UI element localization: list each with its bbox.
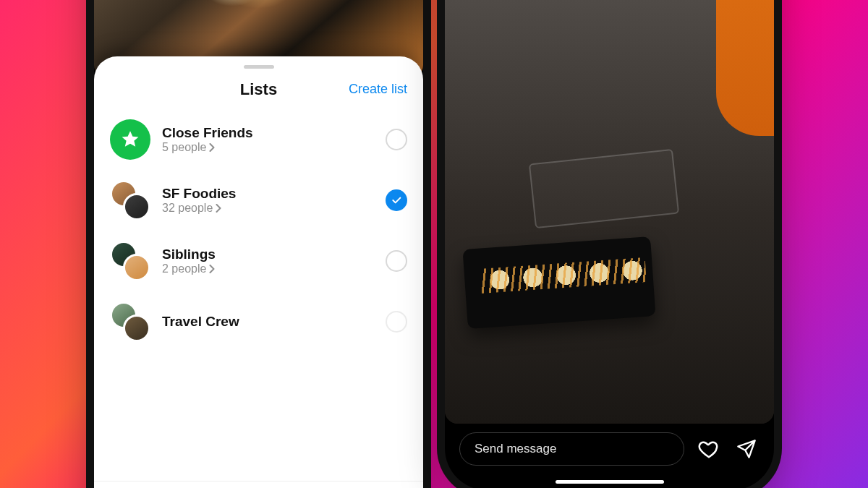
- chevron-right-icon: [216, 204, 222, 213]
- list-item-label: Travel Crew: [162, 314, 374, 330]
- list-item-sf-foodies[interactable]: SF Foodies 32 people: [94, 170, 423, 231]
- radio-unchecked[interactable]: [386, 129, 407, 150]
- gradient-canvas: Lists Create list Close Friends 5 people: [0, 0, 868, 488]
- star-icon: [110, 119, 150, 160]
- list-item-sub: 32 people: [162, 202, 374, 215]
- like-button[interactable]: [696, 436, 722, 462]
- avatar-stack-icon: [110, 241, 150, 281]
- sheet-bottom-bar: Share: [94, 481, 423, 489]
- phone-right: [445, 0, 774, 488]
- sheet-title: Lists: [240, 80, 277, 99]
- send-message-input[interactable]: [459, 432, 684, 466]
- avatar-stack-icon: [110, 180, 150, 221]
- paper-plane-icon: [736, 439, 757, 459]
- create-list-link[interactable]: Create list: [277, 82, 407, 97]
- heart-icon: [698, 438, 720, 460]
- share-button[interactable]: [733, 436, 760, 462]
- radio-checked[interactable]: [386, 189, 407, 211]
- list-item-travel-crew[interactable]: Travel Crew: [94, 291, 423, 352]
- list-item-siblings[interactable]: Siblings 2 people: [94, 231, 423, 291]
- list-item-sub: 5 people: [162, 141, 374, 154]
- avatar-stack-icon: [110, 301, 150, 342]
- sheet-header: Lists Create list: [94, 69, 423, 109]
- list-item-label: Close Friends: [162, 125, 374, 141]
- list-item-label: Siblings: [162, 247, 374, 262]
- radio-unchecked[interactable]: [386, 311, 407, 333]
- phone-left: Lists Create list Close Friends 5 people: [94, 0, 423, 488]
- list-item-close-friends[interactable]: Close Friends 5 people: [94, 109, 423, 170]
- lists-container: Close Friends 5 people SF Foodies: [94, 109, 423, 481]
- radio-unchecked[interactable]: [386, 250, 407, 272]
- list-item-label: SF Foodies: [162, 186, 374, 202]
- list-item-sub: 2 people: [162, 262, 374, 275]
- chevron-right-icon: [209, 143, 216, 152]
- story-photo[interactable]: [445, 0, 774, 424]
- lists-sheet: Lists Create list Close Friends 5 people: [94, 56, 423, 489]
- home-indicator: [556, 480, 664, 484]
- chevron-right-icon: [209, 265, 216, 273]
- story-footer: [445, 424, 774, 489]
